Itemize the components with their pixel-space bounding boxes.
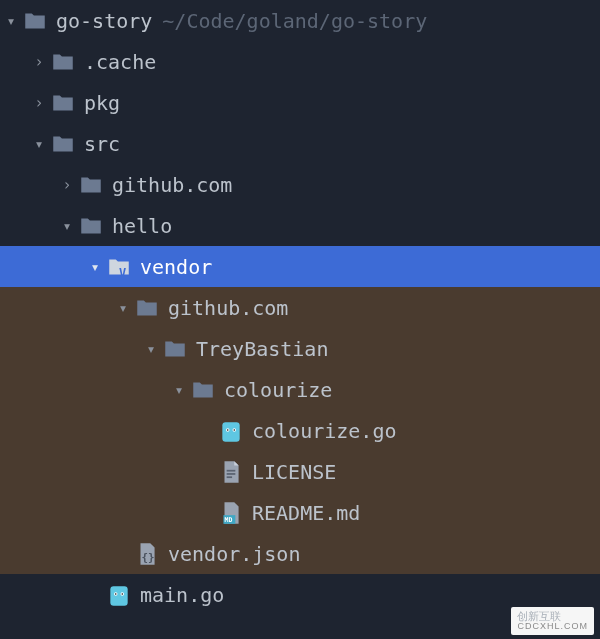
svg-rect-7 [227,473,236,475]
markdown-file-icon: MD [218,500,244,526]
project-tree: ▾ go-story ~/Code/goland/go-story › .cac… [0,0,600,615]
row-label: github.com [112,173,232,197]
row-label: .cache [84,50,156,74]
tree-row-cache[interactable]: › .cache [0,41,600,82]
chevron-right-icon: › [28,53,50,71]
svg-rect-6 [227,469,236,471]
chevron-down-icon: ▾ [140,340,162,358]
folder-icon [162,336,188,362]
chevron-down-icon: ▾ [28,135,50,153]
chevron-down-icon: ▾ [0,12,22,30]
tree-row-readme[interactable]: MD README.md [0,492,600,533]
row-label: vendor.json [168,542,300,566]
svg-text:V: V [119,265,126,279]
svg-point-15 [115,593,117,595]
folder-icon [22,8,48,34]
tree-row-vendor-json[interactable]: {} vendor.json [0,533,600,574]
tree-row-github-src[interactable]: › github.com [0,164,600,205]
svg-rect-8 [227,476,232,478]
row-label: go-story [56,9,152,33]
row-label: pkg [84,91,120,115]
row-label: colourize.go [252,419,397,443]
folder-icon [50,49,76,75]
row-label: main.go [140,583,224,607]
row-label: LICENSE [252,460,336,484]
chevron-down-icon: ▾ [112,299,134,317]
tree-row-root[interactable]: ▾ go-story ~/Code/goland/go-story [0,0,600,41]
tree-row-pkg[interactable]: › pkg [0,82,600,123]
tree-row-colourize[interactable]: ▾ colourize [0,369,600,410]
row-label: README.md [252,501,360,525]
tree-row-github-vendor[interactable]: ▾ github.com [0,287,600,328]
json-file-icon: {} [134,541,160,567]
folder-icon [50,131,76,157]
row-label: hello [112,214,172,238]
tree-row-src[interactable]: ▾ src [0,123,600,164]
folder-vendor-icon: V [106,254,132,280]
svg-text:{}: {} [142,550,155,563]
folder-icon [190,377,216,403]
tree-row-main-go[interactable]: main.go [0,574,600,615]
tree-row-hello[interactable]: ▾ hello [0,205,600,246]
svg-rect-1 [222,422,239,442]
svg-point-4 [227,429,229,431]
folder-icon [78,172,104,198]
chevron-down-icon: ▾ [56,217,78,235]
folder-icon [78,213,104,239]
tree-row-vendor[interactable]: ▾ V vendor [0,246,600,287]
svg-text:MD: MD [225,515,233,523]
row-label: vendor [140,255,212,279]
tree-row-colourize-go[interactable]: colourize.go [0,410,600,451]
folder-icon [134,295,160,321]
folder-icon [50,90,76,116]
project-path: ~/Code/goland/go-story [162,9,427,33]
row-label: src [84,132,120,156]
row-label: TreyBastian [196,337,328,361]
go-file-icon [218,418,244,444]
watermark: 创新互联 CDCXHL.COM [511,607,594,635]
row-label: colourize [224,378,332,402]
row-label: github.com [168,296,288,320]
watermark-sub: CDCXHL.COM [517,622,588,632]
chevron-down-icon: ▾ [168,381,190,399]
tree-row-trey[interactable]: ▾ TreyBastian [0,328,600,369]
chevron-right-icon: › [28,94,50,112]
tree-row-license[interactable]: LICENSE [0,451,600,492]
text-file-icon [218,459,244,485]
chevron-right-icon: › [56,176,78,194]
svg-point-16 [121,593,123,595]
svg-rect-12 [110,586,127,606]
svg-point-5 [233,429,235,431]
chevron-down-icon: ▾ [84,258,106,276]
go-file-icon [106,582,132,608]
